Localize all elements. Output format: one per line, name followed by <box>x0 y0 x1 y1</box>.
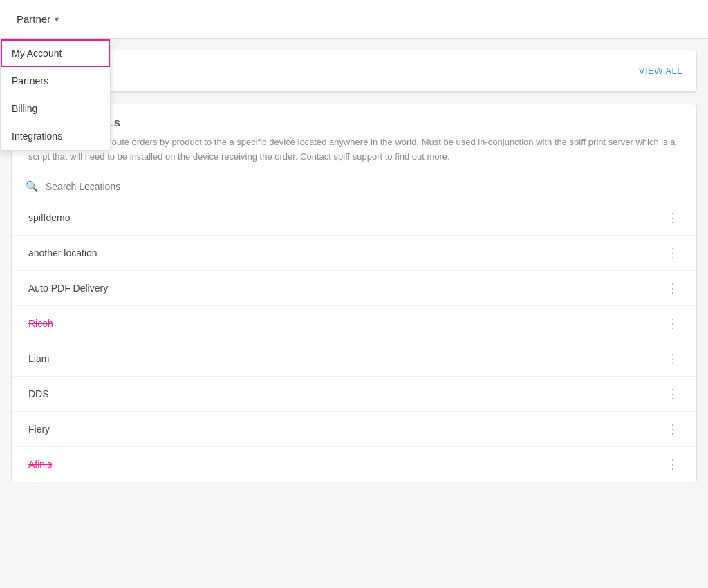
location-name: Afinis <box>28 459 52 470</box>
section-title: LOCATION DETAILS <box>28 118 680 129</box>
dropdown-item-my-account[interactable]: My Account <box>1 39 110 67</box>
more-options-icon[interactable]: ⋮ <box>667 247 680 259</box>
more-options-icon[interactable]: ⋮ <box>667 211 680 224</box>
more-options-icon[interactable]: ⋮ <box>667 317 680 330</box>
chevron-down-icon: ▾ <box>55 15 59 24</box>
location-list: spiffdemo⋮another location⋮Auto PDF Deli… <box>12 200 696 482</box>
search-bar: 🔍 <box>12 173 696 200</box>
location-name: Fiery <box>28 424 50 435</box>
location-item-loc4: Ricoh⋮ <box>12 306 696 341</box>
navbar: Partner ▾ My AccountPartnersBillingInteg… <box>0 0 708 39</box>
location-section: LOCATION DETAILS Create a location to ro… <box>11 104 697 482</box>
more-options-icon[interactable]: ⋮ <box>667 352 680 365</box>
card-header: VIEW ALL <box>12 50 696 92</box>
view-all-button[interactable]: VIEW ALL <box>639 66 682 76</box>
section-description: Create a location to route orders by pro… <box>28 135 680 164</box>
dropdown-item-billing[interactable]: Billing <box>1 95 110 122</box>
location-name: another location <box>28 247 97 258</box>
more-options-icon[interactable]: ⋮ <box>667 458 680 471</box>
location-item-loc6: DDS⋮ <box>12 377 696 412</box>
location-name: spiffdemo <box>28 212 70 223</box>
location-name: DDS <box>28 388 49 399</box>
location-item-loc3: Auto PDF Delivery⋮ <box>12 271 696 306</box>
partner-dropdown-trigger[interactable]: Partner ▾ <box>11 9 64 29</box>
location-name: Ricoh <box>28 318 53 329</box>
location-item-loc2: another location⋮ <box>12 236 696 271</box>
dropdown-item-partners[interactable]: Partners <box>1 67 110 95</box>
location-name: Liam <box>28 353 49 364</box>
location-item-loc7: Fiery⋮ <box>12 412 696 447</box>
location-item-loc5: Liam⋮ <box>12 341 696 377</box>
section-header: LOCATION DETAILS Create a location to ro… <box>12 104 696 173</box>
more-options-icon[interactable]: ⋮ <box>667 423 680 435</box>
partner-dropdown-menu: My AccountPartnersBillingIntegrations <box>0 39 111 151</box>
search-icon: 🔍 <box>26 180 39 193</box>
more-options-icon[interactable]: ⋮ <box>667 282 680 294</box>
dropdown-item-integrations[interactable]: Integrations <box>1 122 110 150</box>
more-options-icon[interactable]: ⋮ <box>667 388 680 400</box>
search-input[interactable] <box>46 181 682 192</box>
location-item-loc1: spiffdemo⋮ <box>12 200 696 236</box>
top-card: VIEW ALL <box>11 50 697 93</box>
location-item-loc8: Afinis⋮ <box>12 447 696 482</box>
partner-label: Partner <box>17 13 50 25</box>
location-name: Auto PDF Delivery <box>28 283 108 294</box>
